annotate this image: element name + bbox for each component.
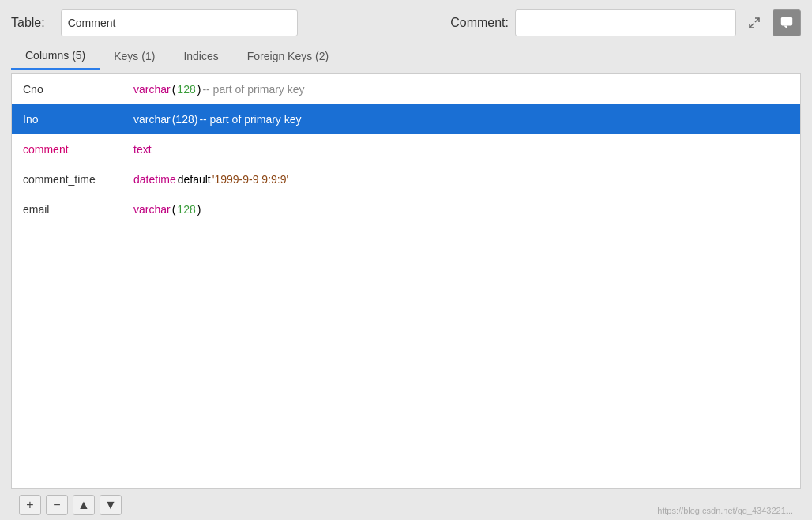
column-type: varchar(128) -- part of primary key	[133, 83, 305, 96]
app-container: Table: Comment: Column	[0, 0, 812, 520]
column-type: text	[133, 143, 152, 156]
add-button[interactable]: +	[19, 495, 41, 515]
column-type: varchar(128)	[133, 203, 201, 216]
column-name: Cno	[23, 83, 133, 96]
comment-section: Comment:	[450, 9, 801, 36]
tab-foreign-keys[interactable]: Foreign Keys (2)	[233, 43, 343, 70]
remove-button[interactable]: −	[46, 495, 68, 515]
svg-marker-3	[784, 26, 787, 29]
column-name: email	[23, 203, 133, 216]
column-name: comment	[23, 143, 133, 156]
bottom-toolbar: + − ▲ ▼ https://blog.csdn.net/qq_4343221…	[11, 488, 801, 520]
svg-rect-2	[781, 17, 792, 26]
tabs-bar: Columns (5) Keys (1) Indices Foreign Key…	[0, 43, 812, 70]
table-row[interactable]: comment_timedatetime default '1999-9-9 9…	[12, 164, 800, 194]
table-row[interactable]: commenttext	[12, 134, 800, 164]
comment-input[interactable]	[515, 9, 736, 36]
table-name-input[interactable]	[61, 9, 298, 36]
move-up-button[interactable]: ▲	[73, 495, 95, 515]
rows-container: Cnovarchar(128) -- part of primary keyIn…	[12, 74, 800, 488]
columns-table: Cnovarchar(128) -- part of primary keyIn…	[11, 73, 801, 488]
table-row[interactable]: Cnovarchar(128) -- part of primary key	[12, 74, 800, 104]
header-area: Table: Comment:	[0, 0, 812, 43]
table-label: Table:	[11, 16, 45, 30]
table-row[interactable]: emailvarchar(128)	[12, 194, 800, 224]
move-down-button[interactable]: ▼	[100, 495, 122, 515]
watermark: https://blog.csdn.net/qq_4343221...	[657, 506, 793, 515]
comment-label: Comment:	[450, 16, 509, 30]
column-type: varchar(128) -- part of primary key	[133, 113, 302, 126]
column-name: comment_time	[23, 173, 133, 186]
column-name: Ino	[23, 113, 133, 126]
column-type: datetime default '1999-9-9 9:9:9'	[133, 173, 288, 186]
tab-columns[interactable]: Columns (5)	[11, 43, 100, 70]
expand-icon[interactable]	[742, 9, 766, 36]
table-section: Table:	[11, 16, 45, 30]
tab-indices[interactable]: Indices	[169, 43, 232, 70]
table-row[interactable]: Inovarchar(128) -- part of primary key	[12, 104, 800, 134]
comment-text-button[interactable]	[773, 9, 801, 36]
tab-keys[interactable]: Keys (1)	[100, 43, 169, 70]
